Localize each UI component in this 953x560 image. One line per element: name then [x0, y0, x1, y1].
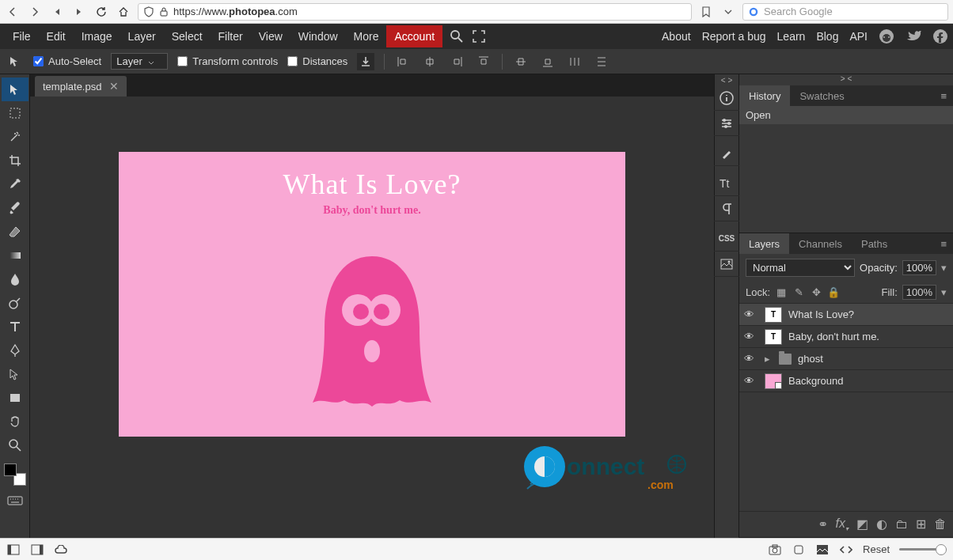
panel-menu-icon[interactable]: ≡	[934, 238, 953, 250]
first-icon[interactable]	[49, 4, 65, 20]
menu-api[interactable]: API	[849, 30, 868, 43]
trash-icon[interactable]: 🗑	[934, 517, 947, 532]
align-top-icon[interactable]	[475, 53, 492, 70]
eraser-tool[interactable]	[2, 220, 28, 244]
eye-icon[interactable]: 👁	[744, 331, 758, 342]
zoom-tool[interactable]	[2, 433, 28, 457]
crop-tool[interactable]	[2, 149, 28, 172]
info-icon[interactable]	[714, 85, 739, 111]
menu-filter[interactable]: Filter	[211, 25, 251, 47]
url-bar[interactable]: https://www.photopea.com	[138, 3, 692, 21]
path-select-tool[interactable]	[2, 362, 28, 386]
layer-dropdown[interactable]: Layer	[111, 53, 168, 70]
keyboard-icon[interactable]	[2, 489, 28, 513]
crop-mode-icon[interactable]	[792, 543, 806, 557]
menu-about[interactable]: About	[662, 30, 691, 43]
align-vcenter-icon[interactable]	[512, 53, 530, 70]
distances-check[interactable]: Distances	[287, 55, 347, 67]
last-icon[interactable]	[71, 4, 87, 20]
transform-check[interactable]: Transform controls	[177, 55, 278, 67]
tab-paths[interactable]: Paths	[852, 233, 897, 254]
history-item-open[interactable]: Open	[739, 106, 953, 124]
hand-tool[interactable]	[2, 410, 28, 433]
text-tool[interactable]	[2, 315, 28, 339]
close-icon[interactable]: ✕	[109, 80, 119, 93]
chevron-down-icon[interactable]	[720, 4, 736, 20]
color-swatches[interactable]	[4, 464, 26, 486]
eye-icon[interactable]: 👁	[744, 353, 758, 365]
distribute-h-icon[interactable]	[566, 53, 583, 70]
gradient-tool[interactable]	[2, 244, 28, 267]
new-layer-icon[interactable]: ⊞	[916, 516, 926, 532]
css-icon[interactable]: CSS	[714, 226, 739, 252]
shape-tool[interactable]	[2, 386, 28, 410]
auto-select-check[interactable]: Auto-Select	[33, 55, 101, 67]
menu-window[interactable]: Window	[290, 25, 346, 47]
eye-icon[interactable]: 👁	[744, 308, 758, 320]
facebook-icon[interactable]	[932, 28, 948, 44]
panel-toggle-icon[interactable]	[30, 543, 44, 557]
menu-view[interactable]: View	[251, 25, 290, 47]
pen-tool[interactable]	[2, 339, 28, 362]
zoom-slider[interactable]	[899, 548, 947, 551]
eye-icon[interactable]: 👁	[744, 375, 758, 387]
character-icon[interactable]: Tt	[714, 171, 739, 196]
home-icon[interactable]	[116, 4, 131, 20]
align-hcenter-icon[interactable]	[421, 53, 439, 70]
blur-tool[interactable]	[2, 267, 28, 291]
foreground-color[interactable]	[4, 464, 17, 476]
layer-row[interactable]: 👁 T Baby, don't hurt me.	[739, 326, 953, 348]
menu-account[interactable]: Account	[386, 25, 442, 47]
lock-move-icon[interactable]: ✥	[810, 286, 822, 299]
fx-icon[interactable]: fx▾	[836, 516, 849, 532]
adjustment-icon[interactable]: ◐	[876, 516, 887, 532]
menu-file[interactable]: File	[5, 25, 39, 47]
menu-select[interactable]: Select	[164, 25, 211, 47]
layer-row[interactable]: 👁 Background	[739, 370, 953, 392]
artwork-canvas[interactable]: What Is Love? Baby, don't hurt me.	[119, 152, 625, 437]
align-bottom-icon[interactable]	[539, 53, 556, 70]
layer-row[interactable]: 👁 T What Is Love?	[739, 304, 953, 326]
camera-icon[interactable]	[768, 543, 782, 557]
lock-pixels-icon[interactable]: ▦	[775, 286, 788, 299]
search-box[interactable]: Search Google	[742, 3, 948, 21]
marquee-tool[interactable]	[2, 101, 28, 125]
menu-more[interactable]: More	[346, 25, 387, 47]
menu-report[interactable]: Report a bug	[702, 30, 766, 43]
sliders-icon[interactable]	[714, 111, 739, 136]
chevron-right-icon[interactable]: ▸	[765, 353, 773, 365]
cloud-icon[interactable]	[54, 543, 68, 557]
tab-swatches[interactable]: Swatches	[790, 85, 853, 106]
layer-row[interactable]: 👁 ▸ ghost	[739, 348, 953, 370]
dodge-tool[interactable]	[2, 291, 28, 315]
lock-brush-icon[interactable]: ✎	[792, 286, 805, 299]
link-icon[interactable]: ⚭	[818, 516, 828, 532]
brush-tool[interactable]	[2, 196, 28, 220]
lock-all-icon[interactable]: 🔒	[827, 286, 840, 299]
opacity-value[interactable]: 100%	[902, 260, 936, 275]
reload-icon[interactable]	[93, 4, 109, 20]
expand-right-icon[interactable]: > <	[739, 74, 953, 85]
sidebar-toggle-icon[interactable]	[6, 543, 21, 557]
blend-mode-select[interactable]: Normal	[746, 259, 855, 277]
image-icon[interactable]	[714, 252, 739, 277]
wand-tool[interactable]	[2, 125, 28, 149]
paragraph-icon[interactable]	[714, 196, 739, 221]
align-left-icon[interactable]	[394, 53, 412, 70]
panel-menu-icon[interactable]: ≡	[934, 90, 953, 102]
menu-layer[interactable]: Layer	[120, 25, 164, 47]
move-tool[interactable]	[2, 78, 28, 101]
expand-left-icon[interactable]: < >	[715, 74, 738, 85]
back-icon[interactable]	[5, 4, 21, 20]
new-folder-icon[interactable]: 🗀	[895, 517, 908, 532]
menu-image[interactable]: Image	[74, 25, 120, 47]
distribute-v-icon[interactable]	[593, 53, 610, 70]
reset-button[interactable]: Reset	[863, 543, 890, 555]
download-icon[interactable]	[357, 53, 374, 70]
tab-history[interactable]: History	[739, 85, 790, 106]
code-icon[interactable]	[839, 543, 853, 557]
chevron-down-icon[interactable]: ▾	[941, 262, 947, 274]
forward-icon[interactable]	[27, 4, 43, 20]
reddit-icon[interactable]	[879, 28, 894, 44]
menu-learn[interactable]: Learn	[777, 30, 806, 43]
